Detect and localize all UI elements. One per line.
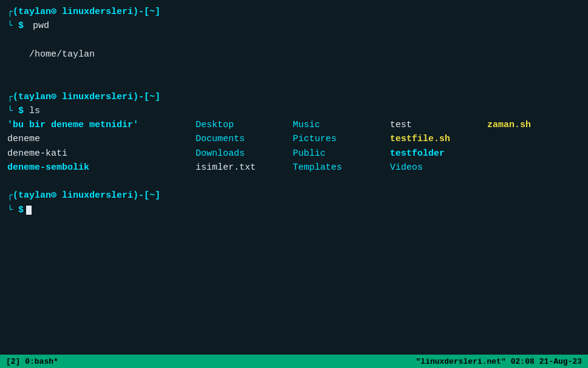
ls-col-2-r3: Downloads [196, 147, 293, 161]
prompt-corner-3: └ [7, 203, 13, 217]
ls-col-2-r4: isimler.txt [196, 161, 293, 175]
cursor [26, 206, 32, 215]
ls-col-5-r1: zaman.sh [487, 118, 584, 132]
cmd-ls: ls [24, 104, 40, 118]
ls-col-5-r2 [487, 132, 584, 146]
status-hostname: "linuxdersleri.net" [416, 357, 506, 366]
prompt-dollar-2: $ [13, 104, 24, 118]
prompt-host: linuxdersleri) [62, 5, 138, 19]
status-right: "linuxdersleri.net" 02:08 21-Aug-23 [416, 357, 582, 366]
cmd-line-3[interactable]: └ $ [7, 203, 581, 217]
status-left: [2] 0:bash* [6, 357, 58, 366]
prompt-bracket-3: ┌ [7, 189, 13, 203]
prompt-path: -[~] [138, 5, 160, 19]
prompt-path-3: -[~] [138, 189, 160, 203]
prompt-host-2: linuxdersleri) [62, 90, 138, 104]
ls-row-3: deneme-kati Downloads Public testfolder [7, 147, 581, 161]
prompt-bracket: ┌ [7, 5, 13, 19]
ls-col-3-r2: Pictures [293, 132, 390, 146]
pwd-result: /home/taylan [29, 49, 95, 60]
prompt-dollar-1: $ [13, 19, 24, 33]
ls-col-5-r4 [487, 161, 584, 175]
prompt-corner: └ [7, 19, 13, 33]
prompt-line-1: ┌(taylan⊙ linuxdersleri)-[~] [7, 5, 581, 19]
prompt-at-3: ⊙ [51, 189, 62, 203]
cmd-line-pwd: └ $ pwd [7, 19, 581, 33]
ls-row-4: deneme-sembolik isimler.txt Templates Vi… [7, 161, 581, 175]
ls-col-3-r1: Music [293, 118, 390, 132]
cmd-line-ls: └ $ ls [7, 104, 581, 118]
ls-col-1-r2: deneme [7, 132, 196, 146]
pwd-output: /home/taylan [7, 33, 581, 76]
prompt-user: (taylan [13, 5, 51, 19]
prompt-at-2: ⊙ [51, 90, 62, 104]
prompt-at: ⊙ [51, 5, 62, 19]
prompt-user-2: (taylan [13, 90, 51, 104]
ls-output: 'bu bir deneme metnidir' Desktop Music t… [7, 118, 581, 175]
ls-col-4-r1: test [390, 118, 487, 132]
prompt-corner-2: └ [7, 104, 13, 118]
cmd-pwd: pwd [27, 19, 49, 33]
ls-row-2: deneme Documents Pictures testfile.sh [7, 132, 581, 146]
status-session: [2] 0:bash* [6, 357, 58, 366]
prompt-host-3: linuxdersleri) [62, 189, 138, 203]
ls-col-1-r1: 'bu bir deneme metnidir' [7, 118, 196, 132]
terminal: ┌(taylan⊙ linuxdersleri)-[~] └ $ pwd /ho… [0, 0, 588, 355]
ls-col-2-r1: Desktop [196, 118, 293, 132]
ls-col-2-r2: Documents [196, 132, 293, 146]
ls-col-5-r3 [487, 147, 584, 161]
ls-col-3-r4: Templates [293, 161, 390, 175]
prompt-bracket-2: ┌ [7, 90, 13, 104]
prompt-line-2: ┌(taylan⊙ linuxdersleri)-[~] [7, 90, 581, 104]
prompt-dollar-3: $ [13, 203, 24, 217]
ls-col-4-r2: testfile.sh [390, 132, 487, 146]
prompt-line-3: ┌(taylan⊙ linuxdersleri)-[~] [7, 189, 581, 203]
ls-col-1-r3: deneme-kati [7, 147, 196, 161]
prompt-user-3: (taylan [13, 189, 51, 203]
ls-row-1: 'bu bir deneme metnidir' Desktop Music t… [7, 118, 581, 132]
prompt-path-2: -[~] [138, 90, 160, 104]
status-time: 02:08 [511, 357, 535, 366]
ls-col-4-r4: Videos [390, 161, 487, 175]
status-date: 21-Aug-23 [539, 357, 582, 366]
ls-col-3-r3: Public [293, 147, 390, 161]
status-bar: [2] 0:bash* "linuxdersleri.net" 02:08 21… [0, 355, 588, 368]
ls-col-1-r4: deneme-sembolik [7, 161, 196, 175]
spacer-2 [7, 175, 581, 189]
ls-col-4-r3: testfolder [390, 147, 487, 161]
spacer-1 [7, 75, 581, 89]
